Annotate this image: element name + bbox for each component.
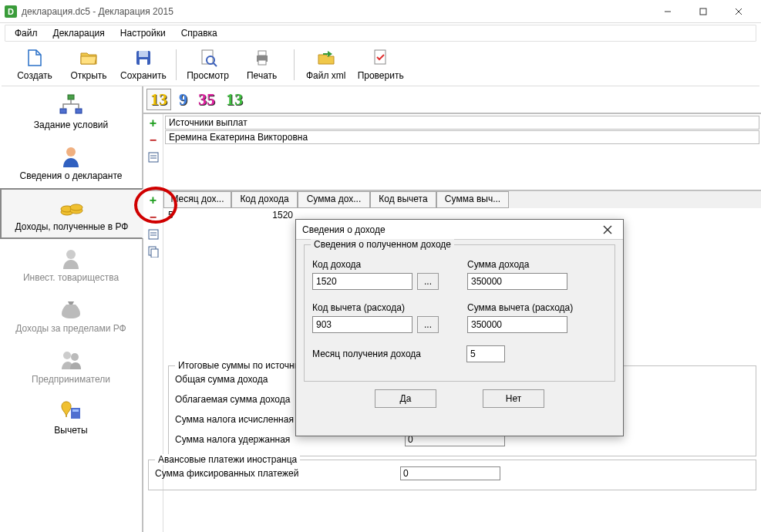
create-button[interactable]: Создать <box>8 44 62 86</box>
svg-rect-5 <box>139 51 148 57</box>
dialog-close-button[interactable] <box>598 224 617 236</box>
preview-button[interactable]: Просмотр <box>181 44 235 86</box>
sidebar: Задание условий Сведения о декларанте До… <box>0 86 143 532</box>
deduction-code-browse-button[interactable]: ... <box>417 316 439 333</box>
income-sum-input[interactable] <box>467 273 567 290</box>
app-icon: D <box>5 5 17 18</box>
sidebar-entrepreneurs: Предприниматели <box>0 341 142 392</box>
svg-line-9 <box>214 63 217 66</box>
maximize-button[interactable] <box>685 0 721 23</box>
sidebar-deductions-label: Вычеты <box>54 425 87 436</box>
source-row[interactable]: Еремина Екатерина Викторовна <box>165 130 759 144</box>
svg-point-17 <box>66 147 76 157</box>
file-xml-button[interactable]: Файл xml <box>299 44 353 86</box>
dialog-group: Сведения о полученном доходе Код дохода … <box>304 244 615 382</box>
add-source-button[interactable]: + <box>146 116 161 131</box>
income-code-input[interactable] <box>312 273 412 290</box>
fixed-payments-row: Сумма фиксированных платежей <box>155 463 749 483</box>
menu-declaration[interactable]: Декларация <box>47 26 111 40</box>
sidebar-conditions[interactable]: Задание условий <box>0 86 142 137</box>
print-button[interactable]: Печать <box>235 44 289 86</box>
window-controls <box>650 0 756 23</box>
check-icon <box>372 49 390 67</box>
conditions-icon <box>59 93 83 118</box>
menu-file[interactable]: Файл <box>8 26 44 40</box>
income-dialog: Сведения о доходе Сведения о полученном … <box>295 219 624 436</box>
toolbar-separator <box>176 49 177 80</box>
minimize-button[interactable] <box>650 0 685 23</box>
svg-rect-14 <box>68 95 74 99</box>
deduction-code-input[interactable] <box>312 316 412 333</box>
check-label: Проверить <box>358 70 404 81</box>
sidebar-declarant[interactable]: Сведения о декларанте <box>0 137 142 188</box>
month-input[interactable] <box>466 345 505 362</box>
copy-income-button[interactable] <box>146 244 161 259</box>
cell-month: 5 <box>163 208 231 224</box>
deduction-sum-input[interactable] <box>467 316 567 333</box>
col-ded-code[interactable]: Код вычета <box>370 191 436 208</box>
col-code[interactable]: Код дохода <box>231 191 298 208</box>
remove-income-button[interactable]: − <box>146 210 161 225</box>
open-button[interactable]: Открыть <box>62 44 116 86</box>
sidebar-income-rf[interactable]: Доходы, полученные в РФ <box>0 188 143 239</box>
svg-rect-27 <box>149 153 158 162</box>
sidebar-income-abroad: Доходы за пределами РФ <box>0 290 142 341</box>
sources-section: + − Источники выплат Еремина Екатерина В… <box>143 114 761 191</box>
edit-income-button[interactable] <box>146 227 161 242</box>
advance-legend: Авансовые платежи иностранца <box>155 454 300 465</box>
col-month[interactable]: Месяц дох... <box>163 191 231 208</box>
svg-rect-13 <box>375 50 386 64</box>
fixed-payments-input[interactable] <box>400 466 500 480</box>
preview-label: Просмотр <box>187 70 229 81</box>
menubar: Файл Декларация Настройки Справка <box>5 25 756 42</box>
sidebar-declarant-label: Сведения о декларанте <box>20 170 123 181</box>
svg-point-22 <box>66 250 76 259</box>
col-sum[interactable]: Сумма дох... <box>298 191 370 208</box>
tax-rate-35[interactable]: 35 <box>195 89 218 109</box>
tax-rate-13b[interactable]: 13 <box>223 89 246 109</box>
remove-source-button[interactable]: − <box>146 133 161 148</box>
edit-icon <box>147 228 160 241</box>
coins-icon <box>59 195 84 220</box>
menu-help[interactable]: Справка <box>175 26 224 40</box>
folder-open-icon <box>79 49 98 67</box>
sidebar-invest-label: Инвест. товарищества <box>23 272 119 283</box>
toolbar-separator <box>294 49 295 80</box>
save-button[interactable]: Сохранить <box>116 44 171 86</box>
moneybag-icon <box>59 297 83 322</box>
close-button[interactable] <box>721 0 756 23</box>
window-title: декларация.dc5 - Декларация 2015 <box>22 6 650 17</box>
add-income-button[interactable]: + <box>146 193 161 208</box>
deduction-code-label: Код вычета (расхода) <box>312 302 452 313</box>
dialog-yes-button[interactable]: Да <box>375 389 436 408</box>
col-ded-sum[interactable]: Сумма выч... <box>436 191 509 208</box>
menu-settings[interactable]: Настройки <box>114 26 172 40</box>
svg-rect-1 <box>700 8 706 15</box>
cell-code: 1520 <box>231 208 298 224</box>
tax-rate-13-active[interactable]: 13 <box>146 89 171 110</box>
save-icon <box>134 49 153 67</box>
svg-point-23 <box>63 352 71 359</box>
sidebar-deductions[interactable]: Вычеты <box>0 392 142 443</box>
save-label: Сохранить <box>120 70 167 81</box>
export-icon <box>317 49 335 67</box>
dialog-titlebar: Сведения о доходе <box>296 220 623 240</box>
tax-rate-9[interactable]: 9 <box>176 89 190 109</box>
dialog-group-legend: Сведения о полученном доходе <box>311 239 454 250</box>
check-button[interactable]: Проверить <box>353 44 409 86</box>
dialog-no-button[interactable]: Нет <box>483 389 544 408</box>
svg-rect-26 <box>72 409 79 412</box>
edit-source-button[interactable] <box>146 150 161 165</box>
income-code-browse-button[interactable]: ... <box>417 273 439 290</box>
svg-rect-12 <box>258 60 266 65</box>
svg-rect-11 <box>258 51 266 56</box>
svg-point-21 <box>70 204 82 210</box>
edit-icon <box>147 151 160 163</box>
file-xml-label: Файл xml <box>306 70 346 81</box>
new-file-icon <box>25 49 44 67</box>
toolbar: Создать Открыть Сохранить Просмотр Печат… <box>2 43 759 86</box>
titlebar: D декларация.dc5 - Декларация 2015 <box>0 0 761 23</box>
copy-icon <box>147 245 160 258</box>
close-icon <box>603 225 612 234</box>
income-sum-label: Сумма дохода <box>467 259 607 270</box>
